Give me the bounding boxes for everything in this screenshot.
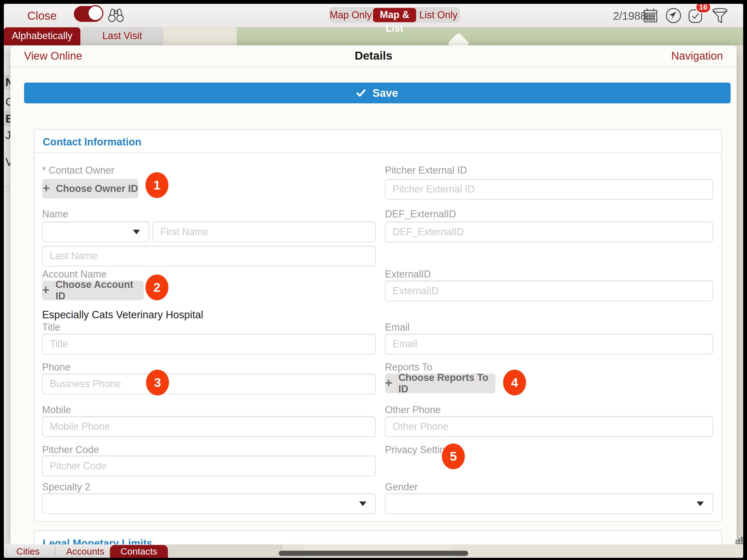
list-letter-fragment: E xyxy=(5,113,11,125)
list-letter-fragment: N xyxy=(5,76,11,88)
navigation-button[interactable]: Navigation xyxy=(671,50,723,62)
tab-contacts[interactable]: Contacts xyxy=(110,545,168,558)
modal-header: View Online Details Navigation xyxy=(10,45,737,67)
account-name-value: Especially Cats Veterinary Hospital xyxy=(42,309,203,321)
tab-last-visit[interactable]: Last Visit xyxy=(81,27,163,45)
def-externalid-input[interactable] xyxy=(385,222,713,242)
externalid-label: ExternalID xyxy=(385,269,431,280)
specialty2-select[interactable] xyxy=(42,493,376,514)
tab-accounts[interactable]: Accounts xyxy=(66,545,104,558)
map-toggle-switch[interactable] xyxy=(74,6,103,22)
reports-to-label: Reports To xyxy=(385,361,432,373)
save-button[interactable]: Save xyxy=(24,82,730,103)
plus-icon: + xyxy=(385,377,392,389)
contact-owner-label: * Contact Owner xyxy=(42,164,114,176)
phone-label: Phone xyxy=(42,361,71,373)
account-name-label: Account Name xyxy=(42,269,107,280)
choose-owner-id-button[interactable]: + Choose Owner ID xyxy=(42,179,138,199)
list-letter-fragment: V xyxy=(5,156,11,168)
tab-alphabetically[interactable]: Alphabetically xyxy=(4,27,80,45)
calendar-icon[interactable] xyxy=(642,7,659,25)
horizontal-scrollbar[interactable] xyxy=(279,551,468,556)
modal-title: Details xyxy=(10,49,737,62)
map-right-sliver xyxy=(737,45,743,558)
segment-map-only[interactable]: Map Only xyxy=(329,8,372,22)
top-toolbar: Close Map Only Map & List List Only 2/19… xyxy=(4,4,743,27)
tab-cities[interactable]: Cities xyxy=(17,545,40,558)
choose-account-id-button[interactable]: + Choose Account ID xyxy=(42,281,144,300)
step-badge-5: 5 xyxy=(442,443,465,469)
chevron-down-icon xyxy=(697,502,704,506)
save-label: Save xyxy=(372,87,398,99)
privacy-setting-label: Privacy Setting xyxy=(385,444,450,456)
plus-icon: + xyxy=(42,284,50,296)
choose-reports-to-id-button[interactable]: + Choose Reports To ID xyxy=(385,374,495,393)
choose-reports-to-id-label: Choose Reports To ID xyxy=(398,372,495,395)
section-divider xyxy=(34,153,721,153)
notification-badge: 16 xyxy=(696,4,711,13)
list-letter-fragment: J xyxy=(5,129,11,142)
title-input[interactable] xyxy=(42,334,376,354)
step-badge-4: 4 xyxy=(503,370,526,396)
plus-icon: + xyxy=(43,182,50,195)
binoculars-icon[interactable] xyxy=(107,7,125,24)
step-badge-3: 3 xyxy=(146,370,169,396)
name-label: Name xyxy=(42,208,68,220)
step-badge-1: 1 xyxy=(146,172,169,198)
app-window: Close Map Only Map & List List Only 2/19… xyxy=(4,4,743,558)
check-icon xyxy=(357,89,366,97)
email-label: Email xyxy=(385,322,410,333)
pitcher-external-id-label: Pitcher External ID xyxy=(385,164,467,176)
close-button[interactable]: Close xyxy=(27,9,57,22)
map-background xyxy=(237,27,743,45)
segment-list-only[interactable]: List Only xyxy=(417,8,460,22)
tab-divider xyxy=(55,546,55,555)
mobile-phone-input[interactable] xyxy=(42,416,376,437)
chevron-down-icon xyxy=(133,230,140,234)
list-divider xyxy=(4,186,11,187)
def-externalid-label: DEF_ExternalID xyxy=(385,208,456,220)
specialty2-label: Specialty 2 xyxy=(42,481,90,493)
gender-label: Gender xyxy=(385,481,418,493)
record-counter: 2/1988 xyxy=(613,10,646,22)
other-phone-input[interactable] xyxy=(385,416,713,437)
list-sort-tabrow: Alphabetically Last Visit xyxy=(4,27,743,45)
pitcher-code-label: Pitcher Code xyxy=(42,444,99,456)
locate-me-icon[interactable] xyxy=(665,7,682,25)
other-phone-label: Other Phone xyxy=(385,404,441,416)
title-label: Title xyxy=(42,322,60,333)
list-letter-fragment: C xyxy=(5,96,11,108)
salutation-select[interactable] xyxy=(42,222,149,242)
toggle-knob xyxy=(87,5,103,21)
choose-account-id-label: Choose Account ID xyxy=(55,279,144,302)
signal-bars-icon xyxy=(735,535,743,546)
contacts-list-sliver: N C E J V xyxy=(4,45,11,544)
step-badge-2: 2 xyxy=(146,275,169,300)
screen: Close Map Only Map & List List Only 2/19… xyxy=(0,0,747,560)
bottom-bar: Cities Accounts Contacts xyxy=(4,544,743,558)
details-modal: View Online Details Navigation Save Cont… xyxy=(10,45,737,544)
externalid-input[interactable] xyxy=(385,281,713,301)
mobile-label: Mobile xyxy=(42,404,71,416)
gender-select[interactable] xyxy=(385,493,713,514)
first-name-input[interactable] xyxy=(153,222,376,242)
choose-owner-id-label: Choose Owner ID xyxy=(56,183,138,195)
pitcher-external-id-input[interactable] xyxy=(385,179,713,200)
view-mode-segmented-control: Map Only Map & List List Only xyxy=(329,7,460,23)
map-patch xyxy=(166,544,281,558)
email-input[interactable] xyxy=(385,334,713,354)
filter-funnel-icon[interactable] xyxy=(711,7,729,25)
section-title-contact-information: Contact Information xyxy=(43,136,141,148)
segment-map-and-list[interactable]: Map & List xyxy=(373,8,416,22)
last-name-input[interactable] xyxy=(42,246,376,266)
business-phone-input[interactable] xyxy=(42,374,376,394)
chevron-down-icon xyxy=(359,502,366,506)
pitcher-code-input[interactable] xyxy=(42,456,376,476)
